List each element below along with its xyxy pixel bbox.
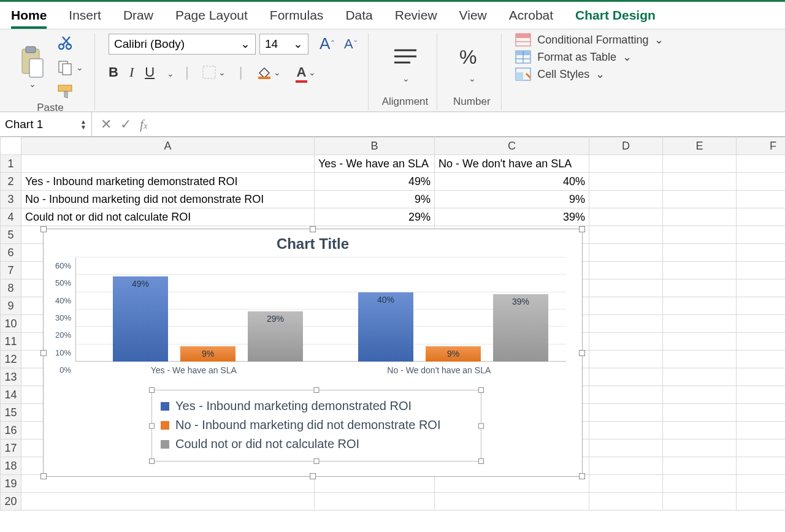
- row-header-2[interactable]: 2: [1, 173, 21, 191]
- row-header-4[interactable]: 4: [1, 208, 21, 226]
- name-box[interactable]: Chart 1 ▲▼: [0, 112, 92, 136]
- col-header-F[interactable]: F: [737, 137, 786, 155]
- cell-A2[interactable]: Yes - Inbound marketing demonstrated ROI: [21, 173, 315, 191]
- resize-handle[interactable]: [149, 458, 155, 464]
- cell-E1[interactable]: [663, 155, 737, 173]
- font-name-select[interactable]: Calibri (Body) ⌄: [109, 34, 256, 55]
- cell-C4[interactable]: 39%: [435, 208, 589, 226]
- row-header-13[interactable]: 13: [1, 368, 21, 386]
- paste-button[interactable]: [15, 43, 49, 91]
- resize-handle[interactable]: [579, 473, 585, 479]
- font-size-select[interactable]: 14 ⌄: [259, 34, 308, 55]
- resize-handle[interactable]: [478, 458, 484, 464]
- cell-D2[interactable]: [589, 173, 663, 191]
- underline-button[interactable]: U: [145, 64, 155, 80]
- row-header-16[interactable]: 16: [1, 422, 21, 439]
- tab-page-layout[interactable]: Page Layout: [175, 8, 248, 29]
- increase-font-button[interactable]: Aˆ: [317, 33, 337, 55]
- row-header-1[interactable]: 1: [1, 155, 21, 173]
- col-header-D[interactable]: D: [589, 137, 663, 155]
- legend-item[interactable]: No - Inbound marketing did not demonstra…: [161, 416, 472, 435]
- underline-more[interactable]: [166, 64, 174, 80]
- row-header-3[interactable]: 3: [1, 191, 21, 208]
- row-header-11[interactable]: 11: [1, 333, 21, 351]
- number-format-button[interactable]: %: [451, 42, 492, 86]
- resize-handle[interactable]: [149, 423, 155, 428]
- font-color-button[interactable]: A: [294, 63, 319, 82]
- row-header-19[interactable]: 19: [1, 475, 21, 493]
- row-header-20[interactable]: 20: [1, 493, 21, 511]
- cell-B2[interactable]: 49%: [315, 173, 435, 191]
- resize-handle[interactable]: [478, 387, 484, 393]
- cell-A3[interactable]: No - Inbound marketing did not demonstra…: [21, 191, 315, 208]
- resize-handle[interactable]: [149, 387, 155, 393]
- cell-F4[interactable]: [737, 208, 786, 226]
- tab-acrobat[interactable]: Acrobat: [509, 8, 553, 29]
- chart-plot-area[interactable]: 0%10%20%30%40%50%60% 49%9%29%40%9%39%: [75, 257, 566, 362]
- cell-F3[interactable]: [737, 191, 786, 208]
- cell-C3[interactable]: 9%: [435, 191, 589, 208]
- cell-E2[interactable]: [663, 173, 737, 191]
- format-as-table-button[interactable]: Format as Table ⌄: [515, 50, 664, 64]
- cell-B3[interactable]: 9%: [315, 191, 435, 208]
- row-header-5[interactable]: 5: [1, 226, 21, 244]
- chart-title[interactable]: Chart Title: [44, 229, 582, 255]
- tab-review[interactable]: Review: [395, 8, 437, 29]
- resize-handle[interactable]: [579, 350, 585, 356]
- tab-insert[interactable]: Insert: [69, 8, 101, 29]
- chart-legend[interactable]: Yes - Inbound marketing demonstrated ROI…: [151, 390, 481, 462]
- borders-button[interactable]: [200, 64, 228, 80]
- row-header-10[interactable]: 10: [1, 315, 21, 333]
- cell-D3[interactable]: [589, 191, 663, 208]
- name-box-spinner[interactable]: ▲▼: [80, 119, 86, 130]
- col-header-B[interactable]: B: [315, 137, 435, 155]
- tab-formulas[interactable]: Formulas: [270, 8, 324, 29]
- row-header-12[interactable]: 12: [1, 351, 21, 368]
- cell-C2[interactable]: 40%: [435, 173, 589, 191]
- cell-B4[interactable]: 29%: [315, 208, 435, 226]
- resize-handle[interactable]: [310, 473, 316, 479]
- cancel-formula-button[interactable]: ✕: [101, 116, 112, 132]
- bold-button[interactable]: B: [109, 64, 118, 80]
- format-painter-button[interactable]: [54, 82, 86, 101]
- row-header-17[interactable]: 17: [1, 439, 21, 457]
- tab-data[interactable]: Data: [345, 8, 372, 29]
- cell-F1[interactable]: [737, 155, 786, 173]
- cell-F2[interactable]: [737, 173, 786, 191]
- row-header-7[interactable]: 7: [1, 262, 21, 279]
- cell-E3[interactable]: [663, 191, 737, 208]
- tab-draw[interactable]: Draw: [123, 8, 153, 29]
- col-header-C[interactable]: C: [435, 137, 589, 155]
- row-header-8[interactable]: 8: [1, 279, 21, 297]
- conditional-formatting-button[interactable]: Conditional Formatting ⌄: [515, 33, 664, 47]
- resize-handle[interactable]: [40, 473, 47, 479]
- fill-color-button[interactable]: [254, 64, 283, 80]
- col-header-A[interactable]: A: [21, 137, 315, 155]
- row-header-9[interactable]: 9: [1, 297, 21, 315]
- resize-handle[interactable]: [314, 387, 320, 393]
- legend-item[interactable]: Could not or did not calculate ROI: [161, 435, 472, 454]
- select-all-corner[interactable]: [1, 137, 21, 155]
- cell-D1[interactable]: [589, 155, 663, 173]
- cell-C1[interactable]: No - We don't have an SLA: [435, 155, 589, 173]
- cell-B1[interactable]: Yes - We have an SLA: [315, 155, 435, 173]
- alignment-button[interactable]: [385, 42, 426, 86]
- tab-chart-design[interactable]: Chart Design: [575, 8, 656, 29]
- accept-formula-button[interactable]: ✓: [120, 116, 131, 132]
- cut-button[interactable]: [54, 33, 86, 53]
- cell-styles-button[interactable]: Cell Styles ⌄: [515, 67, 664, 81]
- col-header-E[interactable]: E: [663, 137, 737, 155]
- resize-handle[interactable]: [40, 350, 47, 356]
- decrease-font-button[interactable]: Aˇ: [342, 35, 359, 53]
- tab-home[interactable]: Home: [11, 8, 47, 29]
- resize-handle[interactable]: [310, 226, 316, 232]
- fx-icon[interactable]: fx: [140, 116, 147, 132]
- copy-button[interactable]: [54, 58, 86, 77]
- row-header-6[interactable]: 6: [1, 244, 21, 262]
- italic-button[interactable]: I: [129, 64, 134, 80]
- cell-D4[interactable]: [589, 208, 663, 226]
- cell-A1[interactable]: [21, 155, 315, 173]
- legend-item[interactable]: Yes - Inbound marketing demonstrated ROI: [161, 397, 472, 416]
- resize-handle[interactable]: [314, 458, 320, 464]
- resize-handle[interactable]: [478, 423, 484, 428]
